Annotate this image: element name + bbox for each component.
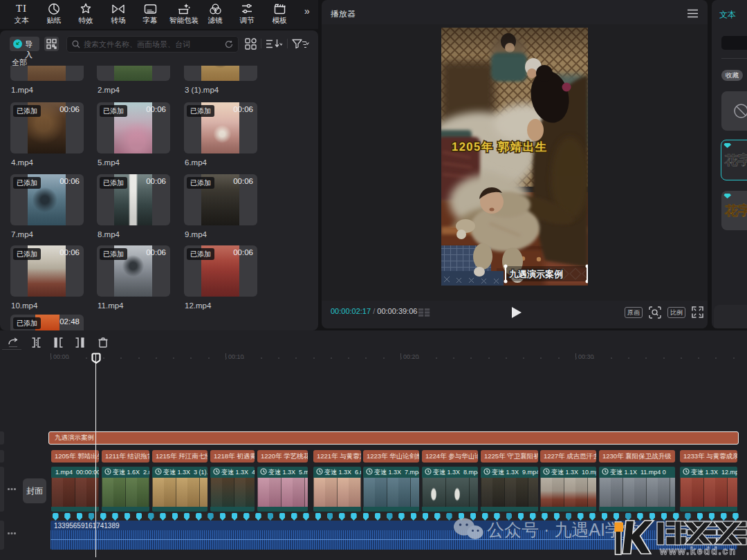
svg-text:www.kedd.cn: www.kedd.cn bbox=[659, 545, 737, 557]
svg-text:1205年 郭靖出生: 1205年 郭靖出生 bbox=[452, 140, 548, 153]
svg-text:九遇演示案例: 九遇演示案例 bbox=[508, 269, 563, 279]
